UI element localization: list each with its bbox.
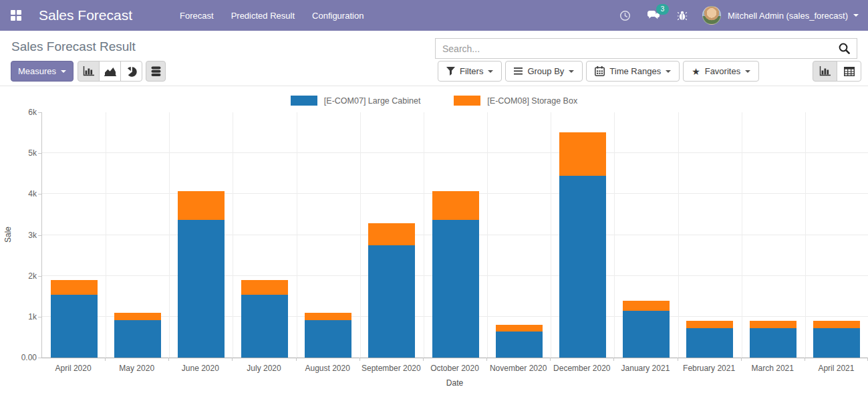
legend-swatch-icon [454, 96, 480, 106]
bar-chart-icon [83, 66, 94, 76]
y-tick-label: 2k [0, 271, 37, 281]
x-tick-mark [232, 358, 233, 361]
legend-label: [E-COM07] Large Cabinet [324, 96, 421, 106]
bar-stack [178, 191, 225, 358]
bar-segment[interactable] [559, 132, 606, 176]
user-name[interactable]: Mitchell Admin (sales_forecast) [728, 11, 848, 21]
y-tick-label: 4k [0, 189, 37, 199]
bar-stack [241, 280, 288, 358]
x-tick-mark [296, 358, 297, 361]
bar-stack [686, 321, 733, 358]
gridline [614, 112, 615, 358]
messages-icon[interactable]: 3 [639, 7, 669, 23]
user-menu-caret-icon[interactable] [853, 14, 859, 17]
bar-stack [623, 301, 670, 358]
time-ranges-caret-icon [666, 70, 671, 73]
activities-clock-icon[interactable] [611, 7, 639, 24]
bar-segment[interactable] [813, 321, 860, 328]
bar-segment[interactable] [750, 321, 797, 328]
bar-stack [432, 191, 479, 358]
bar-segment[interactable] [368, 223, 415, 245]
bar-stack [813, 321, 860, 358]
pie-chart-button[interactable] [120, 61, 142, 82]
pie-chart-icon [126, 66, 137, 77]
bar-segment[interactable] [241, 280, 288, 294]
x-category-label: April 2021 [805, 364, 868, 373]
line-chart-button[interactable] [99, 61, 121, 82]
search-input[interactable] [436, 43, 838, 54]
apps-menu-icon[interactable] [11, 10, 21, 21]
bar-stack [51, 280, 98, 358]
measures-label: Measures [18, 66, 56, 76]
favorites-caret-icon [745, 70, 750, 73]
gridline [551, 112, 551, 358]
bar-segment[interactable] [813, 328, 860, 358]
bar-stack [496, 325, 543, 358]
gridline [424, 112, 424, 358]
bar-segment[interactable] [241, 295, 288, 358]
search-icon[interactable] [838, 42, 851, 55]
group-by-label: Group By [527, 66, 564, 76]
debug-bug-icon[interactable] [669, 7, 696, 24]
x-category-label: February 2021 [678, 364, 741, 373]
y-tick-mark [38, 276, 41, 277]
bar-segment[interactable] [623, 301, 670, 311]
graph-view-button[interactable] [813, 61, 837, 82]
bar-segment[interactable] [114, 320, 161, 358]
bar-segment[interactable] [559, 176, 606, 358]
measures-caret-icon [61, 70, 66, 73]
bar-segment[interactable] [432, 191, 479, 220]
star-icon: ★ [692, 67, 700, 76]
legend-swatch-icon [291, 96, 317, 106]
menu-forecast[interactable]: Forecast [172, 6, 221, 25]
bar-segment[interactable] [178, 220, 225, 358]
bar-segment[interactable] [178, 191, 225, 220]
measures-button[interactable]: Measures [11, 61, 74, 82]
legend-item[interactable]: [E-COM07] Large Cabinet [291, 96, 421, 106]
bar-segment[interactable] [305, 313, 351, 321]
time-ranges-button[interactable]: Time Ranges [586, 61, 680, 82]
user-avatar[interactable] [702, 6, 721, 25]
x-tick-mark [423, 358, 424, 361]
group-by-lines-icon [514, 68, 523, 75]
favorites-button[interactable]: ★ Favorites [683, 61, 759, 82]
bar-segment[interactable] [432, 220, 479, 358]
group-by-button[interactable]: Group By [505, 61, 583, 82]
bar-segment[interactable] [496, 332, 543, 358]
x-category-label: August 2020 [296, 364, 359, 373]
gridline [106, 112, 106, 358]
menu-predicted-result[interactable]: Predicted Result [224, 6, 302, 25]
x-category-label: November 2020 [486, 364, 550, 373]
y-tick-mark [38, 194, 41, 194]
bar-segment[interactable] [51, 280, 98, 294]
pivot-table-icon [844, 67, 855, 76]
systray: 3 Mitchell Admin (sales_forecast) [611, 6, 859, 25]
favorites-label: Favorites [705, 66, 740, 76]
bar-segment[interactable] [51, 295, 98, 358]
gridline [805, 112, 806, 358]
bar-segment[interactable] [305, 320, 351, 358]
app-title[interactable]: Sales Forecast [39, 7, 132, 23]
bar-segment[interactable] [623, 311, 670, 358]
filters-caret-icon [488, 70, 493, 73]
x-category-label: January 2021 [613, 364, 677, 373]
bar-segment[interactable] [368, 245, 415, 358]
stacked-toggle-button[interactable] [146, 61, 166, 82]
gridline [42, 152, 868, 153]
bar-stack [368, 223, 415, 358]
pivot-view-button[interactable] [837, 61, 861, 82]
bar-segment[interactable] [686, 321, 733, 328]
menu-configuration[interactable]: Configuration [305, 6, 371, 25]
bar-chart-button[interactable] [78, 61, 100, 82]
filters-button[interactable]: Filters [438, 61, 502, 82]
bar-segment[interactable] [686, 328, 733, 358]
x-tick-mark [741, 358, 742, 361]
x-tick-mark [550, 358, 551, 361]
bar-segment[interactable] [496, 325, 543, 332]
bar-segment[interactable] [750, 328, 797, 358]
graph-view-icon [819, 66, 831, 76]
legend-item[interactable]: [E-COM08] Storage Box [454, 96, 577, 106]
x-category-label: July 2020 [232, 364, 295, 373]
bar-segment[interactable] [114, 313, 161, 321]
view-switcher [813, 61, 861, 82]
